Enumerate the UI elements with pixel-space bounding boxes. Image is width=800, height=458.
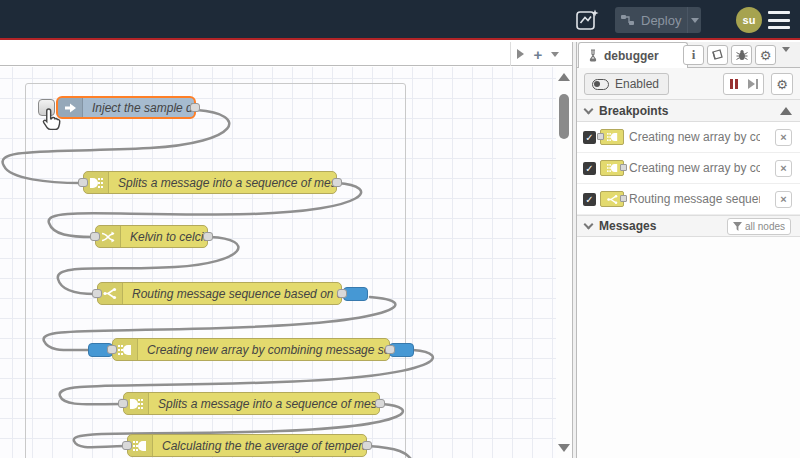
- chevron-down-icon: [551, 52, 559, 57]
- node-label: Routing message sequence based on condit…: [123, 287, 341, 301]
- breakpoint-checkbox[interactable]: ✓: [583, 193, 596, 206]
- node-join-2[interactable]: Calculating the the average of temperatu…: [127, 434, 367, 457]
- output-port[interactable]: [375, 399, 385, 408]
- deploy-nodes-icon: [621, 14, 635, 26]
- output-port[interactable]: [332, 178, 342, 187]
- flask-icon: [587, 49, 599, 62]
- pause-icon: [730, 79, 733, 89]
- add-flow-button[interactable]: +: [530, 45, 546, 63]
- scrollbar-thumb[interactable]: [559, 94, 569, 139]
- chevron-down-icon: [584, 220, 594, 230]
- node-inject[interactable]: Inject the sample data: [56, 96, 196, 119]
- output-port[interactable]: [385, 345, 395, 354]
- play-icon: [517, 49, 524, 59]
- debugger-toolbar: Enabled ⚙: [577, 68, 800, 100]
- node-join-1[interactable]: Creating new array by combining message …: [112, 338, 390, 361]
- remove-breakpoint-button[interactable]: ×: [775, 191, 792, 208]
- mouse-cursor-hand: [38, 107, 62, 133]
- breakpoints-list: ✓ Creating new array by combining messag…: [577, 122, 800, 215]
- output-port[interactable]: [362, 441, 372, 450]
- pause-button[interactable]: [723, 73, 744, 95]
- join-node-icon: [600, 129, 624, 145]
- debugger-settings-button[interactable]: ⚙: [771, 73, 793, 95]
- join-node-icon: [600, 160, 624, 176]
- breakpoint-row[interactable]: ✓ Creating new array by combining messag…: [577, 153, 800, 184]
- messages-section-header[interactable]: Messages all nodes: [577, 215, 800, 237]
- canvas-vertical-scrollbar[interactable]: [556, 67, 572, 458]
- breakpoints-section-header[interactable]: Breakpoints: [577, 100, 800, 122]
- node-label: Kelvin to celcius: [121, 230, 207, 244]
- breakpoint-label: Creating new array by combining message …: [629, 161, 760, 175]
- user-avatar[interactable]: su: [736, 7, 762, 33]
- node-switch[interactable]: Routing message sequence based on condit…: [97, 282, 342, 305]
- tab-debugger[interactable]: debugger: [578, 42, 688, 68]
- menu-bar: [768, 19, 790, 22]
- section-title: Breakpoints: [599, 104, 668, 118]
- flow-canvas[interactable]: Inject the sample data Splits a message …: [0, 67, 556, 458]
- switch-node-icon: [600, 191, 624, 207]
- menu-bar: [768, 11, 790, 14]
- node-change[interactable]: Kelvin to celcius: [95, 225, 208, 248]
- breakpoint-checkbox[interactable]: ✓: [583, 162, 596, 175]
- deploy-main[interactable]: Deploy: [615, 13, 687, 28]
- breakpoint-row[interactable]: ✓ Creating new array by combining messag…: [577, 122, 800, 153]
- step-button[interactable]: [743, 73, 764, 95]
- workspace-column: +: [0, 42, 572, 458]
- output-port[interactable]: [190, 103, 200, 112]
- input-port-icon: [597, 133, 604, 140]
- wire[interactable]: [368, 446, 411, 458]
- main-menu-button[interactable]: [768, 11, 790, 29]
- tab-label: debugger: [604, 49, 659, 63]
- node-split-1[interactable]: Splits a message into a sequence of mess…: [83, 171, 337, 194]
- run-flows-button[interactable]: [512, 45, 528, 63]
- input-port[interactable]: [92, 289, 102, 298]
- remove-breakpoint-button[interactable]: ×: [775, 129, 792, 146]
- breakpoint-checkbox[interactable]: ✓: [583, 131, 596, 144]
- breakpoint-label: Creating new array by combining message …: [629, 130, 760, 144]
- tab-help-button[interactable]: [707, 45, 728, 65]
- message-filter-button[interactable]: all nodes: [727, 218, 791, 235]
- output-port-icon: [620, 195, 627, 202]
- scroll-up-icon[interactable]: [780, 107, 792, 115]
- breakpoint-row[interactable]: ✓ Routing message sequence based on cond…: [577, 184, 800, 215]
- step-icon-bar: [756, 79, 758, 89]
- input-port[interactable]: [78, 178, 88, 187]
- tab-config-button[interactable]: ⚙: [755, 45, 776, 65]
- tab-info-button[interactable]: i: [683, 45, 704, 65]
- ai-assistant-icon[interactable]: [575, 8, 600, 33]
- node-label: Splits a message into a sequence of mess…: [149, 397, 379, 411]
- input-port[interactable]: [118, 399, 128, 408]
- tabbar-separator: [510, 42, 511, 66]
- input-port[interactable]: [122, 441, 132, 450]
- input-port[interactable]: [107, 345, 117, 354]
- scroll-up-icon[interactable]: [558, 73, 570, 81]
- gear-icon: ⚙: [776, 78, 788, 91]
- toggle-on-icon: [592, 79, 609, 90]
- menu-bar: [768, 26, 790, 29]
- debugger-enabled-toggle[interactable]: Enabled: [584, 73, 669, 95]
- header-bar: Deploy su: [0, 0, 800, 40]
- deploy-button[interactable]: Deploy: [615, 7, 701, 33]
- sidebar: debugger i ⚙: [577, 42, 800, 458]
- enabled-label: Enabled: [615, 77, 659, 91]
- breakpoint-label: Routing message sequence based on condit…: [629, 192, 760, 206]
- flow-list-button[interactable]: [547, 45, 563, 63]
- tab-debug-messages-button[interactable]: [731, 45, 752, 65]
- output-port[interactable]: [337, 289, 347, 298]
- sidebar-tabbar: debugger i ⚙: [577, 42, 800, 68]
- funnel-icon: [733, 222, 742, 231]
- node-label: Calculating the the average of temperatu…: [153, 439, 366, 453]
- scroll-down-icon[interactable]: [558, 444, 570, 452]
- info-icon: i: [692, 47, 696, 63]
- chevron-down-icon: [584, 104, 594, 114]
- remove-breakpoint-button[interactable]: ×: [775, 160, 792, 177]
- node-split-2[interactable]: Splits a message into a sequence of mess…: [123, 392, 380, 415]
- deploy-options-caret[interactable]: [687, 7, 701, 33]
- node-label: Inject the sample data: [83, 101, 194, 115]
- node-label: Splits a message into a sequence of mess…: [109, 176, 336, 190]
- bug-icon: [736, 49, 748, 62]
- section-title: Messages: [599, 219, 656, 233]
- gear-icon: ⚙: [760, 49, 772, 62]
- output-port[interactable]: [203, 232, 213, 241]
- input-port[interactable]: [90, 232, 100, 241]
